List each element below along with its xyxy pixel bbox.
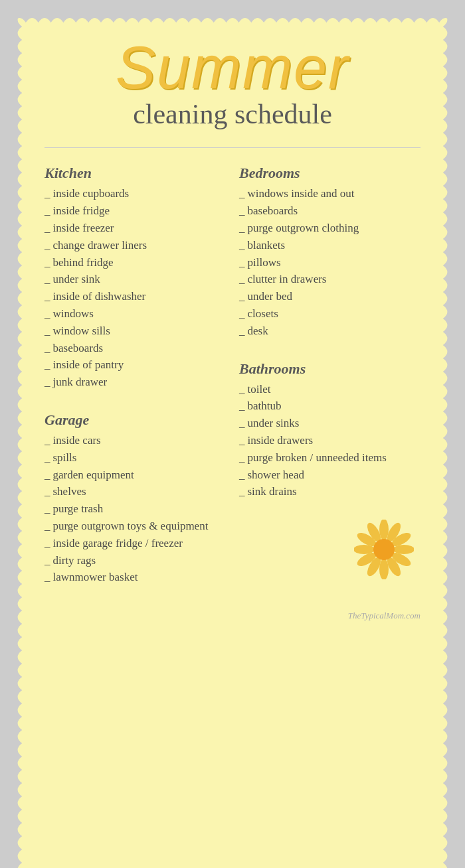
left-column: Kitchen _inside cupboards _inside fridge… (45, 158, 226, 587)
svg-point-9 (354, 545, 375, 554)
watermark: TheTypicalMom.com (348, 611, 420, 621)
list-item: _under sinks (239, 415, 420, 431)
bedrooms-section: Bedrooms _windows inside and out _basebo… (239, 165, 420, 338)
bathrooms-section: Bathrooms _toilet _bathtub _under sinks … (239, 360, 420, 500)
list-item: _windows (45, 306, 226, 322)
list-item: _windows inside and out (239, 186, 420, 202)
list-item: _toilet (239, 382, 420, 398)
title-summer: Summer (45, 38, 420, 98)
list-item: _inside fridge (45, 203, 226, 219)
list-item: _desk (239, 323, 420, 339)
list-item: _behind fridge (45, 255, 226, 271)
two-columns: Kitchen _inside cupboards _inside fridge… (45, 158, 420, 587)
svg-point-6 (379, 559, 389, 579)
list-item: _dirty rags (45, 553, 226, 569)
list-item: _purge broken / unneeded items (239, 450, 420, 466)
bedrooms-heading: Bedrooms (239, 165, 420, 182)
list-item: _baseboards (239, 203, 420, 219)
list-item: _inside of pantry (45, 357, 226, 373)
page: Summer cleaning schedule Kitchen _inside… (13, 13, 452, 868)
garage-heading: Garage (45, 411, 226, 429)
list-item: _closets (239, 306, 420, 322)
list-item: _shower head (239, 467, 420, 483)
list-item: _inside garage fridge / freezer (45, 536, 226, 551)
svg-point-12 (373, 539, 395, 560)
list-item: _window sills (45, 323, 226, 339)
svg-point-0 (379, 520, 389, 540)
list-item: _inside cars (45, 433, 226, 449)
svg-point-3 (393, 545, 414, 554)
content-area: Summer cleaning schedule Kitchen _inside… (23, 23, 442, 634)
list-item: _inside freezer (45, 220, 226, 236)
list-item: _garden equipment (45, 467, 226, 483)
list-item: _junk drawer (45, 374, 226, 390)
list-item: _purge trash (45, 501, 226, 517)
list-item: _clutter in drawers (239, 271, 420, 287)
list-item: _pillows (239, 255, 420, 271)
kitchen-section: Kitchen _inside cupboards _inside fridge… (45, 165, 226, 390)
list-item: _blankets (239, 238, 420, 253)
list-item: _lawnmower basket (45, 569, 226, 585)
list-item: _spills (45, 450, 226, 466)
list-item: _shelves (45, 484, 226, 500)
list-item: _under bed (239, 289, 420, 305)
right-column: Bedrooms _windows inside and out _basebo… (239, 158, 420, 579)
list-item: _inside of dishwasher (45, 289, 226, 305)
kitchen-heading: Kitchen (45, 165, 226, 182)
list-item: _under sink (45, 271, 226, 287)
list-item: _purge outgrown toys & equipment (45, 518, 226, 534)
list-item: _change drawer liners (45, 238, 226, 253)
list-item: _baseboards (45, 340, 226, 356)
list-item: _inside cupboards (45, 186, 226, 202)
daisy-icon (354, 520, 414, 579)
title-cleaning: cleaning schedule (45, 98, 420, 131)
bathrooms-heading: Bathrooms (239, 360, 420, 378)
list-item: _purge outgrown clothing (239, 220, 420, 236)
list-item: _sink drains (239, 484, 420, 500)
garage-section: Garage _inside cars _spills _garden equi… (45, 411, 226, 585)
list-item: _bathtub (239, 398, 420, 414)
list-item: _inside drawers (239, 433, 420, 449)
